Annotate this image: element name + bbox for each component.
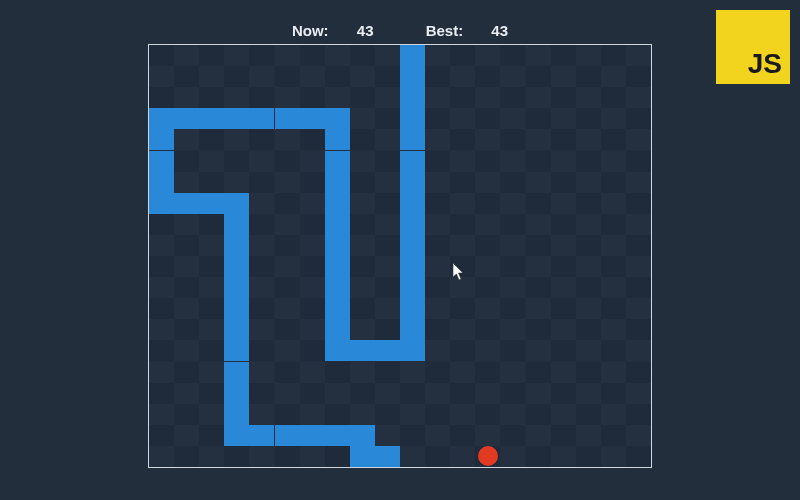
board-cell xyxy=(325,446,350,467)
board-cell xyxy=(526,108,551,129)
board-cell xyxy=(576,172,601,193)
board-cell xyxy=(350,235,375,256)
board-cell xyxy=(149,235,174,256)
board-cell xyxy=(601,256,626,277)
board-cell xyxy=(626,319,651,340)
board-cell xyxy=(249,129,274,150)
board-cell xyxy=(224,446,249,467)
board-cell xyxy=(249,362,274,383)
board-cell xyxy=(275,446,300,467)
board-cell xyxy=(450,193,475,214)
snake-segment xyxy=(224,256,249,277)
board-cell xyxy=(275,256,300,277)
board-cell xyxy=(626,298,651,319)
score-best-label: Best: xyxy=(426,22,464,39)
board-cell xyxy=(199,319,224,340)
board-cell xyxy=(325,362,350,383)
snake-segment xyxy=(400,87,425,108)
board-cell xyxy=(249,256,274,277)
board-cell xyxy=(249,298,274,319)
snake-segment xyxy=(275,425,300,446)
snake-segment xyxy=(350,425,375,446)
board-cell xyxy=(601,383,626,404)
board-cell xyxy=(551,214,576,235)
board-cell xyxy=(300,383,325,404)
board-cell xyxy=(450,235,475,256)
board-cell xyxy=(601,87,626,108)
snake-segment xyxy=(224,214,249,235)
snake-segment xyxy=(149,151,174,172)
board-cell xyxy=(551,235,576,256)
board-cell xyxy=(174,214,199,235)
board-cell xyxy=(350,108,375,129)
snake-segment xyxy=(174,193,199,214)
board-cell xyxy=(224,87,249,108)
board-cell xyxy=(475,129,500,150)
board-cell xyxy=(275,45,300,66)
board-cell xyxy=(551,298,576,319)
board-cell xyxy=(375,362,400,383)
board-cell xyxy=(275,277,300,298)
board-cell xyxy=(199,362,224,383)
board-cell xyxy=(199,404,224,425)
board-cell xyxy=(149,362,174,383)
board-cell xyxy=(275,87,300,108)
board-cell xyxy=(375,298,400,319)
board-cell xyxy=(350,87,375,108)
board-cell xyxy=(375,404,400,425)
board-cell xyxy=(526,87,551,108)
snake-segment xyxy=(325,129,350,150)
board-cell xyxy=(400,446,425,467)
board-cell xyxy=(601,193,626,214)
board-cell xyxy=(275,319,300,340)
board-cell xyxy=(275,383,300,404)
board-cell xyxy=(149,87,174,108)
board-cell xyxy=(475,172,500,193)
board-cell xyxy=(174,425,199,446)
board-cell xyxy=(174,277,199,298)
board-cell xyxy=(275,172,300,193)
board-cell xyxy=(149,446,174,467)
board-cell xyxy=(576,362,601,383)
board-cell xyxy=(526,298,551,319)
board-cell xyxy=(626,277,651,298)
board-cell xyxy=(224,45,249,66)
board-cell xyxy=(300,446,325,467)
board-cell xyxy=(400,425,425,446)
board-cell xyxy=(425,151,450,172)
snake-segment xyxy=(249,108,274,129)
board-cell xyxy=(249,66,274,87)
board-cell xyxy=(350,277,375,298)
board-cell xyxy=(500,298,525,319)
game-board[interactable] xyxy=(148,44,652,468)
board-cell xyxy=(601,108,626,129)
board-cell xyxy=(500,404,525,425)
board-cell xyxy=(149,277,174,298)
board-cell xyxy=(551,425,576,446)
snake-segment xyxy=(224,425,249,446)
board-cell xyxy=(199,425,224,446)
board-cell xyxy=(450,214,475,235)
board-cell xyxy=(174,66,199,87)
board-cell xyxy=(576,108,601,129)
board-cell xyxy=(626,340,651,361)
board-cell xyxy=(576,66,601,87)
board-cell xyxy=(526,383,551,404)
board-cell xyxy=(199,45,224,66)
board-cell xyxy=(149,425,174,446)
board-cell xyxy=(174,151,199,172)
board-cell xyxy=(526,129,551,150)
board-cell xyxy=(551,45,576,66)
board-cell xyxy=(425,340,450,361)
board-cell xyxy=(174,404,199,425)
board-cell xyxy=(149,383,174,404)
board-cell xyxy=(551,256,576,277)
board-cell xyxy=(425,45,450,66)
board-cell xyxy=(224,172,249,193)
board-cell xyxy=(425,362,450,383)
snake-segment xyxy=(325,425,350,446)
board-cell xyxy=(275,340,300,361)
board-cell xyxy=(626,151,651,172)
board-cell xyxy=(174,129,199,150)
board-cell xyxy=(500,319,525,340)
